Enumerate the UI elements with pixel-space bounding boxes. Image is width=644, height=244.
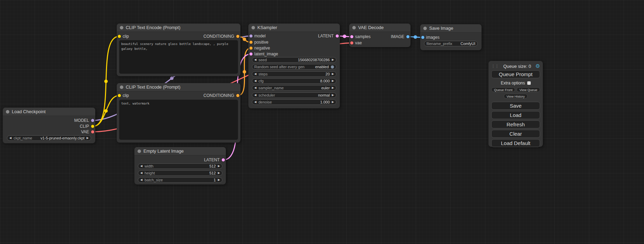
node-save-image[interactable]: Save Image images filename_prefix ComfyU… bbox=[420, 24, 482, 50]
input-slot-images[interactable]: images bbox=[420, 35, 482, 40]
widget-random-seed-toggle[interactable]: Random seed after every gen enabled bbox=[252, 64, 336, 70]
queue-prompt-button[interactable]: Queue Prompt bbox=[491, 70, 540, 78]
widget-seed[interactable]: ◀ seed 156680208700286 ▶ bbox=[252, 57, 336, 63]
widget-denoise[interactable]: ◀ denoise 1.000 ▶ bbox=[252, 99, 336, 105]
prev-arrow-icon[interactable]: ◀ bbox=[140, 172, 142, 174]
drag-handle-icon[interactable]: ⋮⋮ bbox=[491, 64, 499, 69]
input-slot-negative[interactable]: negative bbox=[248, 46, 340, 51]
slot-dot-conditioning[interactable] bbox=[236, 35, 239, 38]
prev-arrow-icon[interactable]: ◀ bbox=[9, 137, 11, 139]
slot-dot-conditioning[interactable] bbox=[236, 94, 239, 97]
output-slot-latent[interactable]: LATENT bbox=[248, 34, 340, 38]
next-arrow-icon[interactable]: ▶ bbox=[332, 73, 334, 75]
prompt-textarea[interactable]: text, watermark bbox=[119, 100, 238, 140]
widget-batch-size[interactable]: ◀ batch_size 1 ▶ bbox=[138, 177, 222, 183]
widget-scheduler[interactable]: ◀ scheduler normal ▶ bbox=[252, 92, 336, 98]
widget-ckpt-name[interactable]: ◀ ckpt_name v1-5-pruned-emaonly.ckpt ▶ bbox=[7, 135, 91, 141]
node-load-checkpoint[interactable]: Load Checkpoint MODEL CLIP VAE ◀ ckpt_na… bbox=[3, 108, 95, 143]
next-arrow-icon[interactable]: ▶ bbox=[218, 179, 220, 181]
node-header[interactable]: CLIP Text Encode (Prompt) bbox=[117, 24, 240, 32]
widget-steps[interactable]: ◀ steps 20 ▶ bbox=[252, 71, 336, 77]
widget-width[interactable]: ◀ width 512 ▶ bbox=[138, 163, 222, 169]
input-slot-vae[interactable]: vae bbox=[349, 40, 411, 45]
output-slot-conditioning[interactable]: CONDITIONING bbox=[117, 93, 240, 98]
collapse-dot-icon[interactable] bbox=[352, 26, 356, 29]
output-slot-model[interactable]: MODEL bbox=[3, 118, 95, 123]
collapse-dot-icon[interactable] bbox=[423, 27, 427, 30]
slot-dot-image[interactable] bbox=[421, 36, 424, 39]
output-slot-latent[interactable]: LATENT bbox=[134, 157, 226, 162]
slot-dot-latent[interactable] bbox=[336, 35, 339, 38]
node-header[interactable]: Empty Latent Image bbox=[134, 147, 226, 155]
load-button[interactable]: Load bbox=[491, 111, 540, 119]
view-history-button[interactable]: View History bbox=[504, 94, 528, 99]
next-arrow-icon[interactable]: ▶ bbox=[332, 94, 334, 97]
prev-arrow-icon[interactable]: ◀ bbox=[254, 87, 256, 89]
next-arrow-icon[interactable]: ▶ bbox=[332, 58, 334, 61]
slot-dot-model[interactable] bbox=[91, 119, 94, 122]
node-ksampler[interactable]: KSampler model positive negative latent_… bbox=[248, 24, 340, 108]
toggle-dot-icon[interactable] bbox=[331, 65, 334, 69]
output-slot-clip[interactable]: CLIP bbox=[3, 124, 95, 129]
collapse-dot-icon[interactable] bbox=[252, 26, 255, 29]
extra-options-checkbox[interactable] bbox=[527, 81, 531, 85]
slot-dot-vae[interactable] bbox=[91, 130, 94, 134]
queue-size-label: Queue size: 0 bbox=[503, 64, 531, 69]
node-vae-decode[interactable]: VAE Decode samples vae IMAGE bbox=[349, 24, 411, 47]
node-header[interactable]: Save Image bbox=[420, 24, 482, 33]
prev-arrow-icon[interactable]: ◀ bbox=[254, 58, 256, 61]
save-button[interactable]: Save bbox=[491, 102, 540, 110]
collapse-dot-icon[interactable] bbox=[120, 85, 123, 89]
queue-front-button[interactable]: Queue Front bbox=[491, 87, 515, 92]
collapse-dot-icon[interactable] bbox=[138, 150, 141, 153]
view-queue-button[interactable]: View Queue bbox=[517, 87, 540, 92]
slot-label: negative bbox=[254, 46, 270, 51]
node-header[interactable]: CLIP Text Encode (Prompt) bbox=[117, 83, 240, 91]
prev-arrow-icon[interactable]: ◀ bbox=[254, 73, 256, 75]
input-slot-positive[interactable]: positive bbox=[248, 40, 340, 45]
collapse-dot-icon[interactable] bbox=[6, 110, 9, 114]
slot-dot-latent[interactable] bbox=[249, 53, 253, 56]
input-slot-latent-image[interactable]: latent_image bbox=[248, 52, 340, 56]
prev-arrow-icon[interactable]: ◀ bbox=[140, 179, 142, 181]
prev-arrow-icon[interactable]: ◀ bbox=[254, 94, 256, 97]
widget-value: 1 bbox=[214, 178, 216, 182]
node-title: CLIP Text Encode (Prompt) bbox=[126, 84, 180, 90]
prev-arrow-icon[interactable]: ◀ bbox=[140, 165, 142, 168]
slot-dot-latent[interactable] bbox=[222, 159, 225, 162]
output-slot-image[interactable]: IMAGE bbox=[349, 34, 411, 39]
node-clip-text-encode-negative[interactable]: CLIP Text Encode (Prompt) clip CONDITION… bbox=[117, 83, 240, 143]
widget-filename-prefix[interactable]: filename_prefix ComfyUI bbox=[424, 41, 478, 46]
next-arrow-icon[interactable]: ▶ bbox=[332, 87, 334, 89]
node-header[interactable]: VAE Decode bbox=[349, 24, 411, 32]
widget-height[interactable]: ◀ height 512 ▶ bbox=[138, 170, 222, 176]
prev-arrow-icon[interactable]: ◀ bbox=[254, 101, 256, 103]
prev-arrow-icon[interactable]: ◀ bbox=[254, 80, 256, 82]
graph-canvas[interactable]: Load Checkpoint MODEL CLIP VAE ◀ ckpt_na… bbox=[0, 0, 644, 244]
widget-sampler-name[interactable]: ◀ sampler_name euler ▶ bbox=[252, 85, 336, 91]
next-arrow-icon[interactable]: ▶ bbox=[218, 165, 220, 168]
node-clip-text-encode-positive[interactable]: CLIP Text Encode (Prompt) clip CONDITION… bbox=[117, 24, 240, 76]
collapse-dot-icon[interactable] bbox=[120, 26, 123, 29]
slot-dot-vae[interactable] bbox=[350, 42, 353, 45]
slot-dot-image[interactable] bbox=[406, 35, 409, 38]
next-arrow-icon[interactable]: ▶ bbox=[332, 101, 334, 103]
slot-dot-conditioning[interactable] bbox=[249, 41, 253, 44]
prompt-textarea[interactable]: beautiful scenery nature glass bottle la… bbox=[119, 40, 238, 74]
next-arrow-icon[interactable]: ▶ bbox=[218, 172, 220, 174]
refresh-button[interactable]: Refresh bbox=[491, 120, 540, 128]
next-arrow-icon[interactable]: ▶ bbox=[87, 137, 89, 139]
clear-button[interactable]: Clear bbox=[491, 130, 540, 138]
widget-cfg[interactable]: ◀ cfg 8.000 ▶ bbox=[252, 78, 336, 84]
node-header[interactable]: Load Checkpoint bbox=[3, 108, 95, 116]
output-slot-conditioning[interactable]: CONDITIONING bbox=[117, 34, 240, 39]
load-default-button[interactable]: Load Default bbox=[491, 139, 540, 147]
slot-dot-clip[interactable] bbox=[91, 125, 94, 128]
slot-dot-conditioning[interactable] bbox=[249, 47, 253, 50]
settings-gear-icon[interactable]: ⚙ bbox=[536, 64, 540, 69]
node-header[interactable]: KSampler bbox=[248, 24, 340, 32]
node-empty-latent-image[interactable]: Empty Latent Image LATENT ◀ width 512 ▶ … bbox=[134, 147, 226, 184]
widget-name: seed bbox=[258, 58, 267, 62]
next-arrow-icon[interactable]: ▶ bbox=[332, 80, 334, 82]
output-slot-vae[interactable]: VAE bbox=[3, 129, 95, 134]
